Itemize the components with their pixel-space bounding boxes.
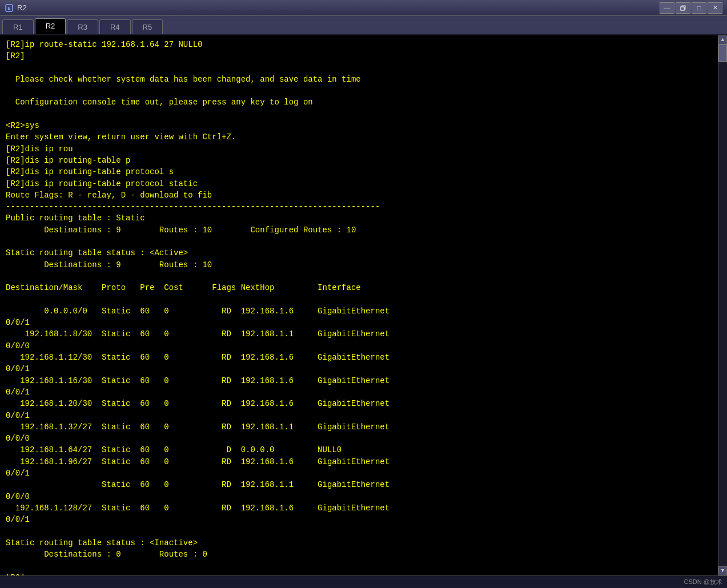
scroll-down-button[interactable]: ▼	[718, 566, 727, 575]
status-text: CSDN @技术	[684, 578, 722, 586]
title-bar: E R2 — □ ✕	[0, 0, 727, 16]
tab-r3[interactable]: R3	[67, 19, 98, 34]
status-bar: CSDN @技术	[0, 575, 727, 588]
terminal-output[interactable]: [R2]ip route-static 192.168.1.64 27 NULL…	[0, 35, 718, 575]
window-controls: — □ ✕	[660, 2, 722, 14]
minimize-button[interactable]: —	[660, 2, 674, 14]
scroll-thumb[interactable]	[718, 45, 727, 62]
svg-rect-3	[681, 7, 684, 10]
app-icon: E	[5, 3, 14, 13]
window-title: R2	[17, 3, 660, 12]
scroll-track[interactable]	[718, 45, 727, 566]
scrollbar[interactable]: ▲ ▼	[718, 35, 727, 575]
scroll-up-button[interactable]: ▲	[718, 35, 727, 45]
tab-r2[interactable]: R2	[35, 18, 66, 34]
tab-r1[interactable]: R1	[2, 19, 34, 34]
close-button[interactable]: ✕	[708, 2, 722, 14]
terminal-wrapper: [R2]ip route-static 192.168.1.64 27 NULL…	[0, 35, 727, 575]
tab-r5[interactable]: R5	[132, 19, 163, 34]
tab-bar: R1 R2 R3 R4 R5	[0, 16, 727, 35]
maximize-button[interactable]: □	[692, 2, 706, 14]
tab-r4[interactable]: R4	[99, 19, 131, 34]
restore-button[interactable]	[676, 2, 690, 14]
svg-text:E: E	[7, 6, 11, 11]
